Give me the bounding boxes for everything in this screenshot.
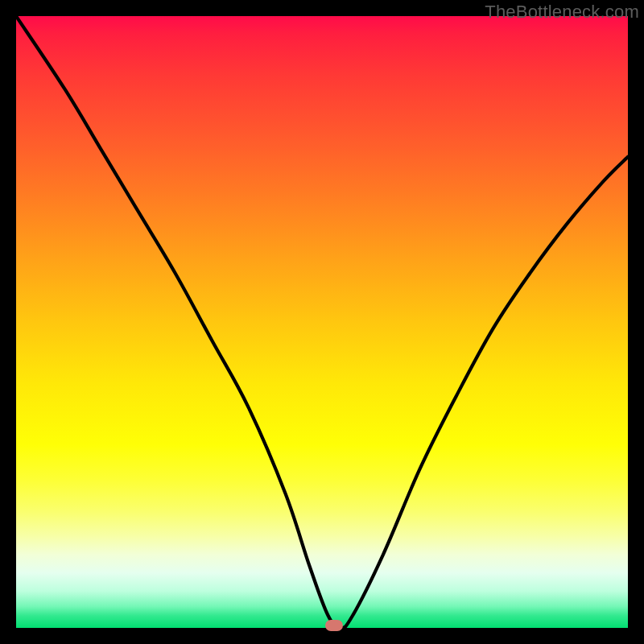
plot-area — [16, 16, 628, 628]
watermark-text: TheBottleneck.com — [485, 2, 639, 23]
bottleneck-curve — [16, 16, 628, 628]
chart-container: TheBottleneck.com — [0, 0, 644, 644]
min-marker — [325, 620, 343, 631]
curve-layer — [16, 16, 628, 628]
